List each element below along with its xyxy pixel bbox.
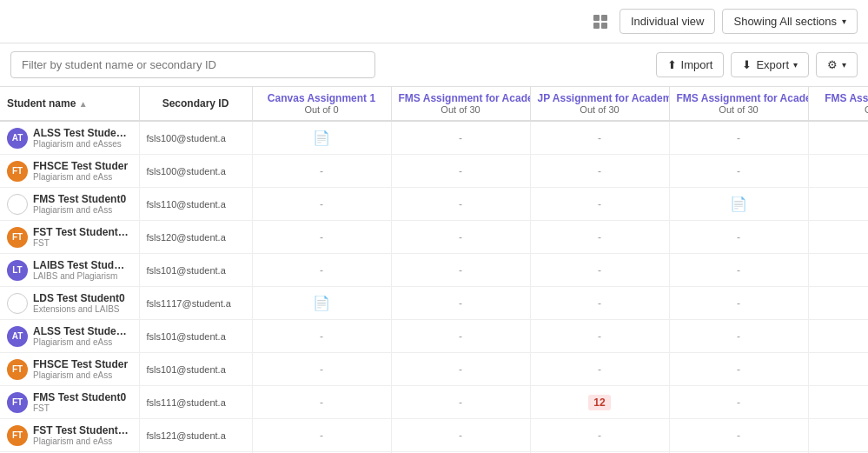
student-name: FST Test Student02 <box>33 226 129 238</box>
table-header-row: Student name ▲ Secondary ID Canvas Assig… <box>0 87 868 121</box>
student-sub: Plagiarism and eAss <box>33 205 126 215</box>
avatar: FT <box>7 161 28 182</box>
showing-sections-label: Showing All sections <box>733 15 837 28</box>
student-name-cell: AT ALSS Test Student0 Plagiarism and eAs… <box>0 121 139 155</box>
avatar: FT <box>7 392 28 413</box>
avatar <box>7 194 28 215</box>
empty-cell: - <box>737 430 740 442</box>
assignment-cell-0: - <box>252 221 391 254</box>
empty-cell: - <box>737 231 740 243</box>
col-header-canvas-assignment-1[interactable]: Canvas Assignment 1 Out of 0 <box>252 87 391 121</box>
empty-cell: - <box>737 363 740 376</box>
assignment-cell-2: - <box>530 121 669 155</box>
document-icon: 📄 <box>730 197 747 211</box>
empty-cell: - <box>320 330 323 343</box>
empty-cell: - <box>459 264 462 276</box>
student-name-cell: LT LAIBS Test Student LAIBS and Plagiari… <box>0 254 139 287</box>
student-name-cell: FT FHSCE Test Studer Plagiarism and eAss <box>0 155 139 188</box>
empty-cell: - <box>598 330 601 343</box>
assignment-cell-4: - <box>808 188 868 221</box>
col-header-fms-assignment-2[interactable]: FMS Assignment for Academic to ... Out o… <box>669 87 808 121</box>
assignment-cell-0: - <box>252 155 391 188</box>
empty-cell: - <box>598 297 601 310</box>
student-info: FHSCE Test Studer Plagiarism and eAss <box>33 160 128 182</box>
assignment-cell-4: - <box>808 254 868 287</box>
student-info: ALSS Test Student0 Plagiarism and eAsses <box>33 127 129 149</box>
student-info: LDS Test Student0 Extensions and LAIBS <box>33 292 125 314</box>
table-row: LDS Test Student0 Extensions and LAIBS f… <box>0 287 868 320</box>
assignment-cell-3: - <box>669 419 808 452</box>
col-header-fms-assignment-3[interactable]: FMS Assignment fo... Out of <box>808 87 868 121</box>
col-header-jp-assignment[interactable]: JP Assignment for Academic to m... Out o… <box>530 87 669 121</box>
assignment-cell-4: - <box>808 155 868 188</box>
student-name: FHSCE Test Studer <box>33 358 128 370</box>
assignment-cell-0: - <box>252 353 391 386</box>
student-sub: Plagiarism and eAss <box>33 337 129 347</box>
export-button[interactable]: ⬇ Export ▾ <box>731 52 809 77</box>
secondary-id-cell: fsls120@student.a <box>139 221 252 254</box>
student-name: ALSS Test Student0 <box>33 325 129 337</box>
empty-cell: - <box>459 330 462 343</box>
showing-sections-button[interactable]: Showing All sections ▾ <box>722 9 858 34</box>
settings-button[interactable]: ⚙ ▾ <box>816 52 858 77</box>
empty-cell: - <box>320 264 323 276</box>
empty-cell: - <box>598 264 601 276</box>
settings-chevron-icon: ▾ <box>842 60 846 70</box>
assignment-cell-4: - <box>808 353 868 386</box>
table-row: FT FST Test Student02 FST fsls120@studen… <box>0 221 868 254</box>
student-name: LDS Test Student0 <box>33 292 125 304</box>
chevron-down-icon: ▾ <box>793 60 798 70</box>
student-name: FMS Test Student0 <box>33 193 126 205</box>
svg-rect-0 <box>593 15 600 21</box>
gradebook-table: Student name ▲ Secondary ID Canvas Assig… <box>0 87 868 453</box>
assignment-cell-3: - <box>669 155 808 188</box>
empty-cell: - <box>598 363 601 376</box>
student-name-cell: FT FHSCE Test Studer Plagiarism and eAss <box>0 353 139 386</box>
export-icon: ⬇ <box>742 58 752 71</box>
assignment-cell-1: - <box>391 419 530 452</box>
assignment-cell-1: - <box>391 353 530 386</box>
assignment-cell-1: - <box>391 188 530 221</box>
empty-cell: - <box>598 231 601 243</box>
search-input[interactable] <box>10 51 375 78</box>
col-header-fms-assignment-1[interactable]: FMS Assignment for Academic to ... Out o… <box>391 87 530 121</box>
assignment-cell-0: - <box>252 419 391 452</box>
student-sub: Plagiarism and eAss <box>33 370 128 380</box>
student-name: LAIBS Test Student <box>33 259 129 271</box>
avatar: LT <box>7 260 28 281</box>
import-button[interactable]: ⬆ Import <box>656 52 725 77</box>
student-info: FST Test Student02 FST <box>33 226 129 248</box>
student-name-cell: FT FMS Test Student0 FST <box>0 386 139 419</box>
assignment-cell-0: - <box>252 254 391 287</box>
empty-cell: - <box>459 231 462 243</box>
table-row: FT FHSCE Test Studer Plagiarism and eAss… <box>0 155 868 188</box>
col-header-student-name[interactable]: Student name ▲ <box>0 87 139 121</box>
student-sub: Plagiarism and eAss <box>33 172 128 182</box>
empty-cell: - <box>598 430 601 442</box>
individual-view-button[interactable]: Individual view <box>620 9 716 34</box>
avatar: AT <box>7 128 28 149</box>
secondary-id-cell: fsls100@student.a <box>139 155 252 188</box>
empty-cell: - <box>737 297 740 310</box>
assignment-cell-3: - <box>669 287 808 320</box>
assignment-cell-0: 📄 <box>252 287 391 320</box>
student-info: ALSS Test Student0 Plagiarism and eAss <box>33 325 129 347</box>
assignment-cell-3: - <box>669 121 808 155</box>
student-info: FST Test Student02 Plagiarism and eAss <box>33 424 129 446</box>
assignment-cell-1: - <box>391 121 530 155</box>
gear-icon: ⚙ <box>827 58 838 71</box>
secondary-id-cell: fsls1117@student.a <box>139 287 252 320</box>
sort-icon: ▲ <box>79 99 88 109</box>
assignment-cell-2: 12 <box>530 386 669 419</box>
assignment-cell-4: - <box>808 121 868 155</box>
empty-cell: - <box>598 165 601 177</box>
student-info: FMS Test Student0 Plagiarism and eAss <box>33 193 126 215</box>
assignment-cell-1: - <box>391 221 530 254</box>
empty-cell: - <box>459 165 462 177</box>
table-row: FT FST Test Student02 Plagiarism and eAs… <box>0 419 868 452</box>
secondary-id-cell: fsls101@student.a <box>139 353 252 386</box>
col-header-secondary-id[interactable]: Secondary ID <box>139 87 252 121</box>
empty-cell: - <box>320 231 323 243</box>
student-sub: Plagiarism and eAss <box>33 436 129 446</box>
assignment-cell-0: - <box>252 386 391 419</box>
